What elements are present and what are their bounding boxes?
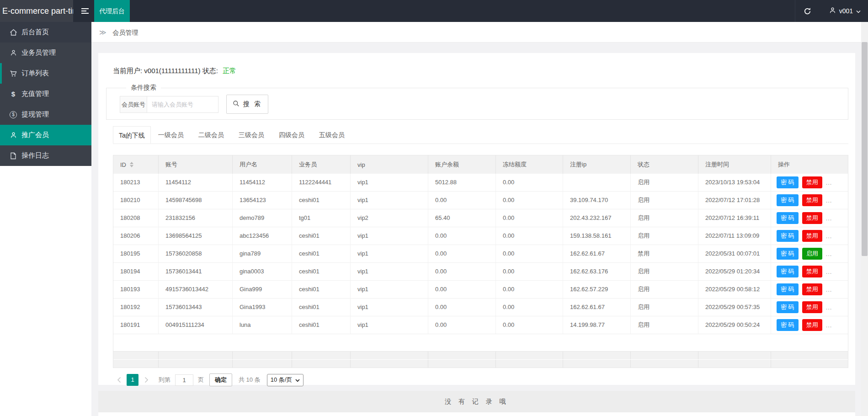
next-page-button[interactable] <box>140 374 152 386</box>
strip-cell <box>698 352 771 359</box>
more-actions-button[interactable]: ... <box>826 322 832 329</box>
cell-balance: 0.00 <box>428 192 496 209</box>
strip-row <box>113 360 848 368</box>
cell-vip: vip2 <box>351 209 428 227</box>
per-page-select[interactable]: 10 条/页 <box>267 374 304 386</box>
header-nav-tab[interactable]: 代理后台 <box>94 0 130 22</box>
more-actions-button[interactable]: ... <box>826 233 832 240</box>
double-chevron-icon: ≫ <box>99 28 107 36</box>
cell-salesman: ceshi01 <box>292 281 351 298</box>
hamburger-icon[interactable] <box>81 7 89 15</box>
more-actions-button[interactable]: ... <box>826 304 832 311</box>
user-menu[interactable]: v001 <box>820 7 868 15</box>
strip-cell <box>233 352 292 359</box>
tab-1[interactable]: 一级会员 <box>151 126 191 144</box>
chevron-down-icon <box>295 377 300 384</box>
cell-salesman: ceshi01 <box>292 227 351 245</box>
password-button[interactable]: 密 码 <box>777 230 799 242</box>
sidebar-item-label: 后台首页 <box>21 28 49 37</box>
total-count: 共 10 条 <box>239 376 261 384</box>
more-actions-button[interactable]: ... <box>826 197 832 204</box>
more-actions-button[interactable]: ... <box>826 251 832 257</box>
password-button[interactable]: 密 码 <box>777 248 799 260</box>
strip-cell <box>698 360 771 368</box>
col-frozen: 冻结额度 <box>496 155 563 174</box>
password-button[interactable]: 密 码 <box>777 176 799 188</box>
current-page-button[interactable]: 1 <box>127 374 138 386</box>
strip-cell <box>292 352 351 359</box>
password-button[interactable]: 密 码 <box>777 319 799 331</box>
more-actions-button[interactable]: ... <box>826 286 832 293</box>
strip-cell <box>113 352 159 359</box>
col-status: 状态 <box>631 155 698 174</box>
tab-3[interactable]: 三级会员 <box>231 126 272 144</box>
empty-records-panel: 没 有 记 录 哦 <box>98 391 855 416</box>
cell-vip: vip1 <box>351 227 428 245</box>
scrollbar-thumb[interactable] <box>862 42 868 256</box>
toggle-status-button[interactable]: 禁用 <box>802 230 822 242</box>
toggle-status-button[interactable]: 禁用 <box>802 301 822 313</box>
main-content: ≫ 会员管理 当前用户: v001(11111111111) 状态: 正常 条件… <box>91 22 868 416</box>
col-register-time: 注册时间 <box>698 155 771 174</box>
password-button[interactable]: 密 码 <box>777 266 799 277</box>
tab-4[interactable]: 四级会员 <box>272 126 312 144</box>
sidebar-item-recharge[interactable]: $ 充值管理 <box>0 84 91 104</box>
current-user-line: 当前用户: v001(11111111111) 状态: 正常 <box>113 53 848 75</box>
cell-salesman: tg01 <box>292 209 351 227</box>
cell-username: gina0003 <box>233 263 292 280</box>
tab-5[interactable]: 五级会员 <box>312 126 352 144</box>
cell-balance: 0.00 <box>428 299 496 316</box>
toggle-status-button[interactable]: 禁用 <box>802 194 822 206</box>
member-level-tabs: Ta的下线一级会员二级会员三级会员四级会员五级会员 <box>113 126 848 144</box>
cell-id: 180208 <box>113 209 159 227</box>
cell-status: 启用 <box>631 209 698 227</box>
sidebar-item-label: 操作日志 <box>21 151 49 160</box>
search-button[interactable]: 搜 索 <box>226 95 268 114</box>
strip-cell <box>771 352 848 359</box>
cell-username: luna <box>233 316 292 334</box>
current-user-text: 当前用户: v001(11111111111) 状态: <box>113 67 218 75</box>
confirm-page-button[interactable]: 确定 <box>209 373 232 386</box>
col-balance: 账户余额 <box>428 155 496 174</box>
sidebar-item-home[interactable]: 后台首页 <box>0 22 91 43</box>
header-right: v001 <box>795 0 868 22</box>
goto-prefix: 到第 <box>159 376 170 384</box>
cell-register-ip: 39.109.74.170 <box>563 192 631 209</box>
toggle-status-button[interactable]: 启用 <box>802 248 822 260</box>
password-button[interactable]: 密 码 <box>777 283 799 295</box>
page-scrollbar[interactable] <box>861 22 868 416</box>
password-button[interactable]: 密 码 <box>777 301 799 313</box>
cell-balance: 0.00 <box>428 316 496 334</box>
sort-icon[interactable] <box>130 162 133 167</box>
cell-actions: 密 码 禁用 ... <box>771 281 848 298</box>
sidebar-item-orders[interactable]: 订单列表 <box>0 63 91 84</box>
more-actions-button[interactable]: ... <box>826 268 832 275</box>
password-button[interactable]: 密 码 <box>777 194 799 206</box>
search-input[interactable] <box>147 96 218 113</box>
sidebar-item-salesman[interactable]: 业务员管理 <box>0 43 91 63</box>
cell-register-time: 2022/05/29 00:58:12 <box>698 281 771 298</box>
col-account: 账号 <box>159 155 233 174</box>
toggle-status-button[interactable]: 禁用 <box>802 319 822 331</box>
more-actions-button[interactable]: ... <box>826 215 832 222</box>
cell-salesman: ceshi01 <box>292 263 351 280</box>
cell-actions: 密 码 禁用 ... <box>771 192 848 209</box>
sidebar-item-logs[interactable]: 操作日志 <box>0 145 91 166</box>
refresh-icon[interactable] <box>795 0 820 22</box>
toggle-status-button[interactable]: 禁用 <box>802 266 822 277</box>
tab-2[interactable]: 二级会员 <box>191 126 231 144</box>
sidebar-item-withdraw[interactable]: $ 提现管理 <box>0 104 91 125</box>
password-button[interactable]: 密 码 <box>777 212 799 224</box>
cell-account: 11454112 <box>159 174 233 191</box>
cell-id: 180194 <box>113 263 159 280</box>
toggle-status-button[interactable]: 禁用 <box>802 176 822 188</box>
sidebar-item-members[interactable]: 推广会员 <box>0 125 91 145</box>
prev-page-button[interactable] <box>113 374 125 386</box>
cell-status: 启用 <box>631 299 698 316</box>
tab-0[interactable]: Ta的下线 <box>113 126 151 144</box>
more-actions-button[interactable]: ... <box>826 179 832 186</box>
goto-page-input[interactable] <box>175 374 193 386</box>
col-id[interactable]: ID <box>113 155 159 174</box>
toggle-status-button[interactable]: 禁用 <box>802 212 822 224</box>
toggle-status-button[interactable]: 禁用 <box>802 283 822 295</box>
